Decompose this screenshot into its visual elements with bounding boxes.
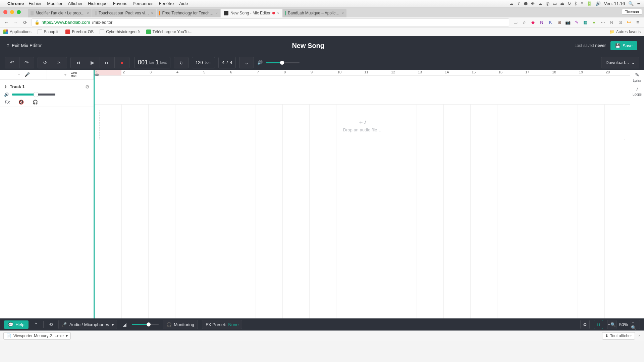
zoom-in-button[interactable]: ＋🔍 (631, 320, 640, 329)
exit-mix-editor[interactable]: ⤴ Exit Mix Editor (7, 43, 42, 48)
ext-icon[interactable]: ⊞ (556, 19, 562, 25)
bluetooth-icon[interactable]: ᛒ (575, 1, 577, 6)
monitoring-button[interactable]: 🎧Monitoring (163, 320, 198, 329)
bookmark-scoopit[interactable]: Scoop.it! (38, 29, 60, 34)
rewind-button[interactable]: ⏮ (70, 57, 85, 68)
download-item[interactable]: 📄Viewporter-Mercury-2….exe▾ (3, 332, 71, 340)
forward-button[interactable]: → (13, 20, 19, 25)
close-download-bar[interactable]: × (638, 334, 641, 338)
bookmark-youtube-dl[interactable]: Téléchargeur YouTu… (146, 29, 193, 34)
cut-button[interactable]: ✂ (52, 57, 67, 68)
add-midi-track[interactable]: ＋WEBMIDI (47, 70, 94, 79)
volume-icon[interactable]: 🔊 (257, 60, 263, 65)
ext-n-icon[interactable]: N (608, 19, 614, 25)
camera-icon[interactable]: 📷 (565, 19, 571, 25)
rss-icon[interactable]: ⏙ (626, 19, 632, 25)
star-icon[interactable]: ☆ (521, 19, 527, 25)
track-1-lane[interactable] (95, 76, 630, 105)
collapse-button[interactable]: ⌃ (33, 322, 39, 327)
dropbox-icon[interactable]: ⬢ (524, 1, 528, 6)
back-button[interactable]: ← (3, 20, 9, 25)
notification-center-icon[interactable]: ≣ (637, 1, 641, 6)
tempo-dropdown[interactable]: ⌄ (239, 57, 254, 68)
save-button[interactable]: 💾Save (610, 41, 637, 50)
mac-clock[interactable]: Ven. 11:16 (604, 1, 625, 6)
menu-historique[interactable]: Historique (88, 1, 108, 6)
reload-button[interactable]: ⟳ (22, 20, 28, 25)
timemachine-icon[interactable]: ↻ (568, 1, 571, 6)
bookmark-freebox[interactable]: Freebox OS (65, 29, 94, 34)
pen-icon[interactable]: ✎ (574, 19, 580, 25)
download-button[interactable]: Download…⌄ (601, 57, 639, 68)
ext-icon[interactable]: ◆ (530, 19, 536, 25)
track-1[interactable]: ♪ Track 1 ⚙ 🔊 Fx 🔇 🎧 (0, 80, 94, 107)
master-volume-slider[interactable] (266, 62, 300, 63)
menu-afficher[interactable]: Afficher (68, 1, 83, 6)
zoom-readout[interactable]: 50% (619, 322, 628, 327)
tab-4[interactable]: BandLab Musique – Applic…× (283, 9, 346, 17)
loop-button[interactable]: ↺ (38, 57, 52, 68)
timeline[interactable]: 1234567891011121314151617181920 ＋♪ Drop … (95, 70, 630, 318)
menu-modifier[interactable]: Modifier (47, 1, 62, 6)
inbox-icon[interactable]: ⇪ (517, 1, 521, 6)
eject-icon[interactable]: ⏏ (560, 1, 564, 6)
ext-icon[interactable]: ⊡ (617, 19, 623, 25)
menu-favoris[interactable]: Favoris (113, 1, 127, 6)
forward-button[interactable]: ⏭ (100, 57, 115, 68)
window-controls[interactable] (3, 10, 21, 14)
display-icon[interactable]: ▭ (553, 1, 557, 6)
track-mute-button[interactable]: 🔇 (18, 100, 24, 105)
cast-icon[interactable]: ▭ (513, 19, 519, 25)
zoom-out-button[interactable]: −🔍 (607, 320, 616, 329)
add-audio-track[interactable]: ＋🎤 (0, 70, 47, 79)
track-name[interactable]: Track 1 (10, 84, 83, 89)
tempo-input[interactable]: 120bpm (192, 57, 215, 68)
track-volume-slider[interactable] (12, 94, 55, 96)
cloud2-icon[interactable]: ☁︎ (538, 1, 542, 6)
play-button[interactable]: ▶ (85, 57, 100, 68)
address-bar[interactable]: 🔒 https://www.bandlab.com/mix-editor (32, 18, 509, 26)
settings-button[interactable]: ⚙ (580, 320, 590, 329)
close-icon[interactable]: × (341, 11, 343, 15)
chrome-menu-icon[interactable]: ≡ (635, 19, 641, 25)
ext-icon[interactable]: ▦ (582, 19, 588, 25)
track-solo-button[interactable]: 🎧 (33, 100, 38, 105)
metronome-button[interactable]: ♫ (174, 57, 189, 68)
cloud-icon[interactable]: ☁︎ (509, 1, 514, 6)
menu-fenetre[interactable]: Fenêtre (159, 1, 174, 6)
mac-app-name[interactable]: Chrome (7, 1, 24, 6)
menu-personnes[interactable]: Personnes (132, 1, 153, 6)
tab-2[interactable]: Free Technology for Teach…× (157, 9, 220, 17)
lyrics-panel-button[interactable]: ✎Lyrics (631, 72, 643, 82)
close-icon[interactable]: × (216, 11, 218, 15)
close-icon[interactable]: × (87, 11, 89, 15)
snap-button[interactable]: ⊔ (594, 320, 603, 329)
track-settings-button[interactable]: ⚙ (85, 84, 90, 89)
help-button[interactable]: 💬Help (4, 320, 29, 329)
position-readout[interactable]: 001bar 1beat (134, 57, 170, 68)
volume-icon[interactable]: 🔊 (595, 1, 601, 6)
redo-button[interactable]: ↷ (19, 57, 34, 68)
audio-input-select[interactable]: 🎤Audio / Microphones▾ (58, 320, 117, 329)
drop-zone[interactable]: ＋♪ Drop an audio file… (99, 110, 625, 140)
menu-fichier[interactable]: Fichier (29, 1, 42, 6)
menu-aide[interactable]: Aide (179, 1, 188, 6)
battery-icon[interactable]: 🔋 (587, 1, 592, 6)
track-volume-icon[interactable]: 🔊 (4, 92, 9, 97)
close-icon[interactable]: × (277, 11, 279, 15)
ruler[interactable]: 1234567891011121314151617181920 (95, 70, 630, 76)
chevron-down-icon[interactable]: ▾ (66, 334, 68, 338)
spotlight-icon[interactable]: 🔍 (628, 1, 634, 6)
tab-0[interactable]: Modifier l'article ‹ Le prop…× (28, 9, 92, 17)
ext-k-icon[interactable]: K (547, 19, 553, 25)
wifi-icon[interactable]: ⌔ (581, 1, 583, 6)
close-icon[interactable]: × (151, 11, 153, 15)
sync-icon[interactable]: ❉ (531, 1, 535, 6)
other-bookmarks[interactable]: 📁Autres favoris (609, 29, 641, 34)
ext-icon[interactable]: ⋯ (600, 19, 606, 25)
fx-preset-button[interactable]: FX Preset: None (202, 320, 243, 329)
loops-panel-button[interactable]: ♪Loops (631, 86, 643, 96)
bookmark-cyberhistoire[interactable]: Cyberhistoiregeo.fr (100, 29, 140, 34)
track-fx-button[interactable]: Fx (5, 100, 10, 105)
show-all-downloads[interactable]: ⬇Tout afficher (602, 332, 635, 340)
